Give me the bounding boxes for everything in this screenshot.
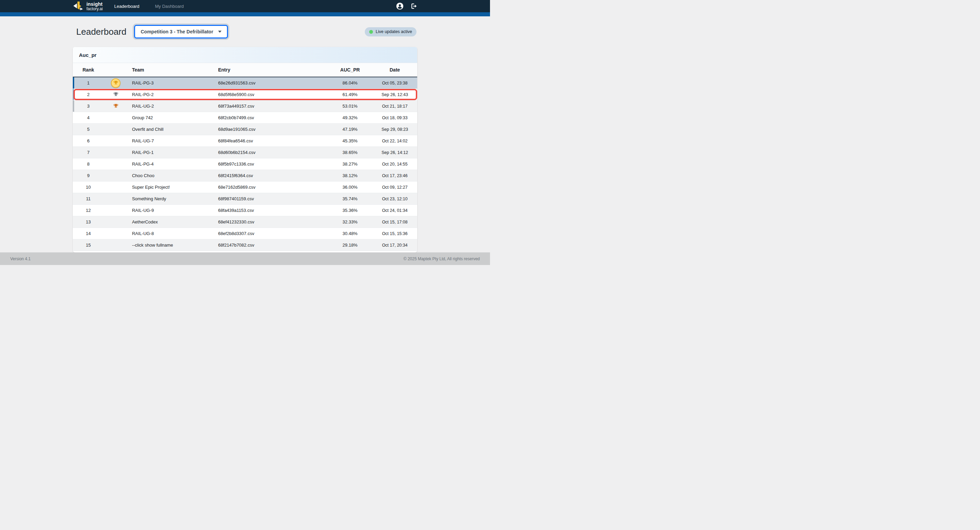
table-body: 1 RAIL-PG-3 68e26d931563.csv 86.04% Oct …: [73, 77, 417, 251]
column-header-team: Team: [128, 67, 214, 73]
live-updates-label: Live updates active: [375, 29, 412, 34]
rank-cell: 15: [73, 243, 104, 247]
auc-cell: 61.49%: [328, 92, 372, 97]
team-cell[interactable]: RAIL-UG-7: [128, 138, 214, 144]
team-cell[interactable]: RAIL-UG-8: [128, 231, 214, 236]
trophy-bronze-icon: [113, 104, 118, 109]
entry-cell: 68d60b6b2154.csv: [214, 150, 328, 155]
auc-cell: 53.01%: [328, 104, 372, 109]
table-row[interactable]: 11 Something Nerdy 68f987401159.csv 35.7…: [73, 193, 417, 205]
rank-cell: 1: [73, 80, 104, 86]
team-cell[interactable]: Something Nerdy: [128, 196, 214, 201]
trophy-gold-icon: [111, 78, 121, 88]
column-header-date: Date: [372, 67, 417, 73]
table-row[interactable]: 5 Overfit and Chill 68d9ae191065.csv 47.…: [73, 124, 417, 135]
auc-cell: 38.27%: [328, 161, 372, 166]
entry-cell: 68f2415f6364.csv: [214, 173, 328, 178]
rank-cell: 11: [73, 196, 104, 201]
competition-select-value: Competition 3 - The Defribillator: [140, 29, 213, 34]
date-cell: Oct 24, 01:34: [372, 208, 417, 213]
table-row[interactable]: 7 RAIL-PG-1 68d60b6b2154.csv 38.65% Sep …: [73, 147, 417, 158]
auc-cell: 32.33%: [328, 219, 372, 225]
team-cell[interactable]: RAIL-UG-9: [128, 208, 214, 213]
auc-cell: 38.65%: [328, 150, 372, 155]
team-cell[interactable]: Choo Choo: [128, 173, 214, 178]
leaderboard-card: Auc_pr Rank Team Entry AUC_PR Date 1: [73, 47, 417, 252]
table-row[interactable]: 8 RAIL-PG-4 68f5b97c1336.csv 38.27% Oct …: [73, 158, 417, 170]
auc-cell: 86.04%: [328, 80, 372, 86]
team-cell[interactable]: --click show fullname: [128, 243, 214, 247]
nav-link-my-dashboard[interactable]: My Dashboard: [155, 4, 184, 9]
date-cell: Oct 18, 09:33: [372, 115, 417, 120]
table-row[interactable]: 1 RAIL-PG-3 68e26d931563.csv 86.04% Oct …: [73, 77, 417, 89]
copyright-label: © 2025 Maptek Pty Ltd, All rights reserv…: [404, 257, 480, 261]
brand-logo[interactable]: insight factory.ai: [73, 1, 103, 11]
table-row[interactable]: 6 RAIL-UG-7 68f84fea6546.csv 45.35% Oct …: [73, 135, 417, 147]
column-header-auc-pr: AUC_PR: [328, 67, 372, 73]
table-row[interactable]: 15 --click show fullname 68f2147b7082.cs…: [73, 239, 417, 251]
team-cell[interactable]: Group 742: [128, 115, 214, 120]
date-cell: Oct 21, 18:17: [372, 104, 417, 109]
team-cell[interactable]: AetherCodex: [128, 219, 214, 225]
date-cell: Oct 17, 23:46: [372, 173, 417, 178]
date-cell: Oct 17, 20:34: [372, 243, 417, 247]
table-row[interactable]: 4 Group 742 68f2cb0b7499.csv 49.32% Oct …: [73, 112, 417, 124]
logout-icon[interactable]: [410, 3, 417, 10]
team-cell[interactable]: Super Epic Project!: [128, 185, 214, 190]
entry-cell: 68ef2b8d3307.csv: [214, 231, 328, 236]
team-cell[interactable]: RAIL-UG-2: [128, 104, 214, 109]
entry-cell: 68f987401159.csv: [214, 196, 328, 201]
date-cell: Sep 26, 14:12: [372, 150, 417, 155]
rank-cell: 13: [73, 219, 104, 225]
brand-logo-icon: [73, 1, 84, 11]
entry-cell: 68ef41232330.csv: [214, 219, 328, 225]
table-header-row: Rank Team Entry AUC_PR Date: [73, 63, 417, 77]
table-row[interactable]: 2 RAIL-PG-2 68d5f68e5900.csv 61.49% Sep …: [73, 89, 417, 101]
team-cell[interactable]: RAIL-PG-2: [128, 92, 214, 97]
table-row[interactable]: 10 Super Epic Project! 68e7162d5869.csv …: [73, 182, 417, 193]
auc-cell: 45.35%: [328, 138, 372, 144]
auc-cell: 29.18%: [328, 243, 372, 247]
rank-cell: 14: [73, 231, 104, 236]
team-cell[interactable]: Overfit and Chill: [128, 127, 214, 132]
page-footer: Version 4.1 © 2025 Maptek Pty Ltd, All r…: [0, 252, 490, 265]
rank-cell: 10: [73, 185, 104, 190]
rank-cell: 6: [73, 138, 104, 144]
auc-cell: 38.12%: [328, 173, 372, 178]
date-cell: Oct 22, 14:02: [372, 139, 417, 144]
rank-cell: 7: [73, 150, 104, 155]
brand-name-line1: insight: [86, 2, 103, 6]
accent-stripe: [0, 12, 490, 16]
table-row[interactable]: 14 RAIL-UG-8 68ef2b8d3307.csv 30.48% Oct…: [73, 228, 417, 239]
account-icon[interactable]: [396, 2, 404, 10]
table-row[interactable]: 13 AetherCodex 68ef41232330.csv 32.33% O…: [73, 216, 417, 228]
team-cell[interactable]: RAIL-PG-3: [128, 80, 214, 86]
entry-cell: 68f84fea6546.csv: [214, 138, 328, 144]
entry-cell: 68f2cb0b7499.csv: [214, 115, 328, 120]
table-row[interactable]: 3 RAIL-UG-2 68f73a449157.csv 53.01% Oct …: [73, 101, 417, 112]
nav-icons: [396, 2, 417, 10]
table-row[interactable]: 12 RAIL-UG-9 68fa439a1153.csv 35.36% Oct…: [73, 205, 417, 216]
metric-header: Auc_pr: [73, 47, 417, 63]
date-cell: Oct 15, 17:08: [372, 220, 417, 225]
brand-name-line2: factory.ai: [86, 7, 103, 11]
live-indicator-dot: [369, 30, 373, 34]
auc-cell: 47.19%: [328, 127, 372, 132]
rank-cell: 8: [73, 161, 104, 166]
team-cell[interactable]: RAIL-PG-1: [128, 150, 214, 155]
metric-header-label: Auc_pr: [79, 52, 97, 58]
entry-cell: 68e26d931563.csv: [214, 80, 328, 86]
version-label: Version 4.1: [10, 257, 30, 261]
auc-cell: 36.00%: [328, 185, 372, 190]
column-header-entry: Entry: [214, 67, 328, 73]
team-cell[interactable]: RAIL-PG-4: [128, 161, 214, 166]
date-cell: Oct 15, 15:36: [372, 231, 417, 236]
competition-select[interactable]: Competition 3 - The Defribillator: [134, 25, 228, 38]
auc-cell: 30.48%: [328, 231, 372, 236]
table-row[interactable]: 9 Choo Choo 68f2415f6364.csv 38.12% Oct …: [73, 170, 417, 182]
entry-cell: 68e7162d5869.csv: [214, 185, 328, 190]
date-cell: Oct 23, 12:10: [372, 196, 417, 201]
entry-cell: 68d9ae191065.csv: [214, 127, 328, 132]
date-cell: Oct 09, 12:27: [372, 185, 417, 190]
nav-link-leaderboard[interactable]: Leaderboard: [115, 4, 140, 9]
